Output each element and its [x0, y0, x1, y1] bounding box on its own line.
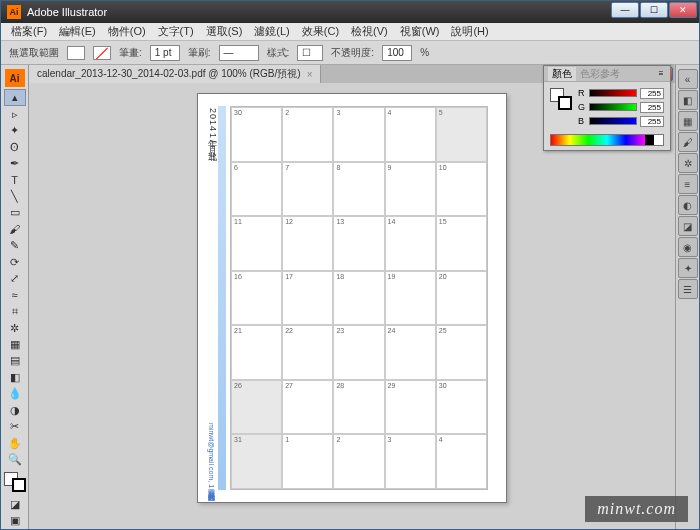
calendar-cell: 11: [231, 216, 282, 271]
mesh-tool[interactable]: ▤: [4, 353, 26, 369]
close-button[interactable]: ✕: [669, 2, 697, 18]
pen-tool[interactable]: ✒: [4, 155, 26, 171]
eyedropper-tool[interactable]: 💧: [4, 386, 26, 402]
menu-bar: 檔案(F) 編輯(E) 物件(O) 文字(T) 選取(S) 濾鏡(L) 效果(C…: [1, 23, 699, 41]
menu-help[interactable]: 說明(H): [445, 24, 494, 39]
calendar-cell: 26: [231, 380, 282, 435]
artboard[interactable]: 2014年1月/台北 minwt@gmail.com, 國曆1月的假日及活動 3…: [29, 85, 675, 529]
slice-tool[interactable]: ✂: [4, 419, 26, 435]
color-mode-toggle[interactable]: ◪: [4, 496, 26, 512]
blend-tool[interactable]: ◑: [4, 402, 26, 418]
line-tool[interactable]: ╲: [4, 188, 26, 204]
color-panel[interactable]: 顏色 色彩參考 ≡ R 255 G 255: [543, 65, 671, 151]
gradient-tool[interactable]: ◧: [4, 369, 26, 385]
panel-appearance-icon[interactable]: ◉: [678, 237, 698, 257]
calendar-cell-number: 18: [336, 273, 344, 280]
color-guide-tab[interactable]: 色彩參考: [576, 67, 624, 81]
stroke-label: 筆畫:: [119, 46, 142, 60]
menu-object[interactable]: 物件(O): [102, 24, 152, 39]
green-slider[interactable]: [589, 103, 637, 111]
panel-stroke-icon[interactable]: ≡: [678, 174, 698, 194]
minimize-button[interactable]: —: [611, 2, 639, 18]
stroke-weight-field[interactable]: 1 pt: [150, 45, 180, 61]
green-value[interactable]: 255: [640, 102, 664, 113]
free-transform-tool[interactable]: ⌗: [4, 303, 26, 319]
warp-tool[interactable]: ≈: [4, 287, 26, 303]
brush-field[interactable]: —: [219, 45, 259, 61]
calendar-cell: 4: [436, 434, 487, 489]
menu-type[interactable]: 文字(T): [152, 24, 200, 39]
red-value[interactable]: 255: [640, 88, 664, 99]
symbol-sprayer-tool[interactable]: ✲: [4, 320, 26, 336]
opacity-unit: %: [420, 47, 429, 58]
style-field[interactable]: ☐: [297, 45, 323, 61]
calendar-cell-number: 2: [336, 436, 340, 443]
panel-transparency-icon[interactable]: ◪: [678, 216, 698, 236]
panel-swatches-icon[interactable]: ▦: [678, 111, 698, 131]
menu-view[interactable]: 檢視(V): [345, 24, 394, 39]
panel-gradient-icon[interactable]: ◐: [678, 195, 698, 215]
menu-select[interactable]: 選取(S): [200, 24, 249, 39]
panel-fill-stroke[interactable]: [550, 88, 572, 110]
lasso-tool[interactable]: ʘ: [4, 139, 26, 155]
magic-wand-tool[interactable]: ✦: [4, 122, 26, 138]
red-slider[interactable]: [589, 89, 637, 97]
panel-stroke-swatch[interactable]: [558, 96, 572, 110]
calendar-cell: 28: [333, 380, 384, 435]
color-panel-header[interactable]: 顏色 色彩參考 ≡: [544, 66, 670, 82]
direct-selection-tool[interactable]: ▹: [4, 106, 26, 122]
opacity-field[interactable]: 100: [382, 45, 412, 61]
paintbrush-tool[interactable]: 🖌: [4, 221, 26, 237]
pencil-tool[interactable]: ✎: [4, 238, 26, 254]
dock-expand-icon[interactable]: «: [678, 69, 698, 89]
calendar-cell-number: 20: [439, 273, 447, 280]
document-tab[interactable]: calendar_2013-12-30_2014-02-03.pdf @ 100…: [29, 65, 321, 83]
panel-brushes-icon[interactable]: 🖌: [678, 132, 698, 152]
zoom-tool[interactable]: 🔍: [4, 451, 26, 467]
selection-tool[interactable]: ▴: [4, 89, 26, 106]
stroke-swatch[interactable]: [93, 46, 111, 60]
stroke-color[interactable]: [12, 478, 26, 492]
menu-window[interactable]: 視窗(W): [394, 24, 446, 39]
calendar-cell-number: 11: [234, 218, 242, 225]
panel-layers-icon[interactable]: ☰: [678, 279, 698, 299]
calendar-cell-number: 30: [234, 109, 242, 116]
fill-swatch[interactable]: [67, 46, 85, 60]
blue-value[interactable]: 255: [640, 116, 664, 127]
panel-color-icon[interactable]: ◧: [678, 90, 698, 110]
screen-mode-toggle[interactable]: ▣: [4, 512, 26, 528]
type-tool[interactable]: T: [4, 172, 26, 188]
graph-tool[interactable]: ▦: [4, 336, 26, 352]
menu-filter[interactable]: 濾鏡(L): [248, 24, 295, 39]
calendar-cell: 30: [436, 380, 487, 435]
menu-file[interactable]: 檔案(F): [5, 24, 53, 39]
calendar-cell-number: 10: [439, 164, 447, 171]
menu-effect[interactable]: 效果(C): [296, 24, 345, 39]
panel-menu-icon[interactable]: ≡: [656, 69, 666, 79]
rotate-tool[interactable]: ⟳: [4, 254, 26, 270]
titlebar[interactable]: Ai Adobe Illustrator: [1, 1, 699, 23]
blue-slider[interactable]: [589, 117, 637, 125]
calendar-cell: 19: [385, 271, 436, 326]
hand-tool[interactable]: ✋: [4, 435, 26, 451]
calendar-cell: 25: [436, 325, 487, 380]
calendar-cell: 30: [231, 107, 282, 162]
spectrum-bar[interactable]: [550, 134, 664, 146]
calendar-cell-number: 29: [388, 382, 396, 389]
calendar-cell-number: 5: [439, 109, 443, 116]
rectangle-tool[interactable]: ▭: [4, 205, 26, 221]
panel-graphic-styles-icon[interactable]: ✦: [678, 258, 698, 278]
calendar-cell: 29: [385, 380, 436, 435]
calendar-cell-number: 17: [285, 273, 293, 280]
calendar-cell-number: 14: [388, 218, 396, 225]
scale-tool[interactable]: ⤢: [4, 270, 26, 286]
calendar-cell-number: 2: [285, 109, 289, 116]
fill-stroke-indicator[interactable]: [4, 472, 26, 492]
color-tab[interactable]: 顏色: [548, 67, 576, 81]
calendar-cell-number: 16: [234, 273, 242, 280]
calendar-cell: 3: [333, 107, 384, 162]
document-close-icon[interactable]: ×: [307, 69, 313, 80]
panel-symbols-icon[interactable]: ✲: [678, 153, 698, 173]
maximize-button[interactable]: ☐: [640, 2, 668, 18]
menu-edit[interactable]: 編輯(E): [53, 24, 102, 39]
